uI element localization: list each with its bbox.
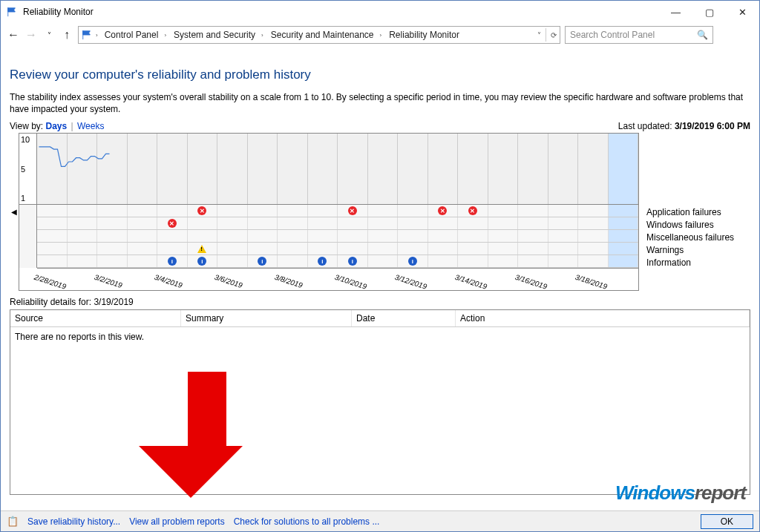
- chart-day-column[interactable]: [217, 134, 248, 204]
- status-cell[interactable]: i: [157, 255, 188, 267]
- status-cell[interactable]: [609, 255, 639, 267]
- col-source[interactable]: Source: [10, 310, 181, 326]
- chart-day-column[interactable]: [518, 134, 548, 204]
- status-cell[interactable]: [68, 243, 98, 254]
- status-cell[interactable]: [37, 230, 68, 242]
- refresh-icon[interactable]: ⟳: [551, 31, 557, 39]
- chart-day-column[interactable]: [548, 134, 579, 204]
- status-cell[interactable]: [188, 243, 218, 254]
- chart-day-column[interactable]: [458, 134, 488, 204]
- save-history-link[interactable]: Save reliability history...: [27, 516, 120, 527]
- status-cell[interactable]: ✕: [157, 217, 188, 229]
- status-cell[interactable]: [488, 255, 519, 267]
- status-cell[interactable]: [248, 217, 278, 229]
- status-cell[interactable]: [518, 243, 548, 254]
- maximize-button[interactable]: ▢: [692, 1, 726, 23]
- status-cell[interactable]: ✕: [428, 205, 459, 217]
- status-cell[interactable]: [308, 243, 338, 254]
- status-cell[interactable]: [308, 205, 338, 217]
- status-cell[interactable]: [578, 217, 609, 229]
- status-cell[interactable]: i: [188, 255, 218, 267]
- status-cell[interactable]: [488, 205, 519, 217]
- viewby-weeks-link[interactable]: Weeks: [77, 121, 104, 131]
- status-cell[interactable]: [338, 217, 368, 229]
- status-cell[interactable]: [398, 243, 428, 254]
- status-cell[interactable]: [128, 243, 158, 254]
- status-cell[interactable]: [578, 255, 609, 267]
- status-cell[interactable]: [609, 230, 639, 242]
- col-summary[interactable]: Summary: [181, 310, 352, 326]
- status-cell[interactable]: ✕: [188, 205, 218, 217]
- chart-day-column[interactable]: [398, 134, 428, 204]
- status-cell[interactable]: [578, 205, 609, 217]
- status-cell[interactable]: [37, 243, 68, 254]
- status-cell[interactable]: [68, 230, 98, 242]
- breadcrumb-item[interactable]: Security and Maintenance›: [268, 30, 384, 40]
- minimize-button[interactable]: —: [659, 1, 692, 23]
- col-action[interactable]: Action: [456, 310, 750, 326]
- breadcrumb-item[interactable]: System and Security›: [171, 30, 266, 40]
- status-cell[interactable]: [548, 243, 579, 254]
- up-button[interactable]: ↑: [60, 28, 73, 42]
- status-cell[interactable]: [37, 255, 68, 267]
- status-cell[interactable]: [278, 255, 308, 267]
- ok-button[interactable]: OK: [701, 514, 753, 529]
- status-cell[interactable]: [368, 243, 399, 254]
- status-cell[interactable]: i: [398, 255, 428, 267]
- chart-day-column[interactable]: [157, 134, 188, 204]
- status-cell[interactable]: [518, 255, 548, 267]
- status-cell[interactable]: [37, 217, 68, 229]
- status-cell[interactable]: [428, 217, 459, 229]
- status-cell[interactable]: [368, 255, 399, 267]
- chart-day-column[interactable]: [368, 134, 399, 204]
- status-cell[interactable]: [68, 255, 98, 267]
- breadcrumb-home-icon[interactable]: [82, 30, 92, 40]
- status-cell[interactable]: [248, 243, 278, 254]
- chart-day-column[interactable]: [97, 134, 128, 204]
- forward-button[interactable]: →: [24, 28, 38, 42]
- breadcrumb[interactable]: › Control Panel› System and Security› Se…: [78, 26, 560, 44]
- viewby-days-link[interactable]: Days: [45, 121, 67, 131]
- status-cell[interactable]: [68, 205, 98, 217]
- status-cell[interactable]: [578, 230, 609, 242]
- view-all-problem-reports-link[interactable]: View all problem reports: [129, 516, 225, 527]
- chart-day-column[interactable]: [428, 134, 459, 204]
- status-cell[interactable]: [428, 243, 459, 254]
- status-cell[interactable]: [548, 217, 579, 229]
- status-cell[interactable]: [488, 230, 519, 242]
- chart-day-column[interactable]: [488, 134, 519, 204]
- breadcrumb-item[interactable]: Control Panel›: [102, 30, 169, 40]
- status-cell[interactable]: [548, 205, 579, 217]
- status-cell[interactable]: [248, 205, 278, 217]
- chart-day-column[interactable]: [609, 134, 639, 204]
- status-cell[interactable]: [578, 243, 609, 254]
- status-cell[interactable]: [128, 205, 158, 217]
- status-cell[interactable]: [217, 217, 248, 229]
- status-cell[interactable]: [428, 255, 459, 267]
- status-cell[interactable]: [278, 217, 308, 229]
- status-cell[interactable]: [278, 230, 308, 242]
- status-cell[interactable]: [548, 230, 579, 242]
- chart-day-column[interactable]: [278, 134, 308, 204]
- recent-locations[interactable]: ˅: [42, 31, 56, 39]
- status-cell[interactable]: [609, 217, 639, 229]
- status-cell[interactable]: ✕: [338, 205, 368, 217]
- status-cell[interactable]: i: [338, 255, 368, 267]
- chart-scroll-left[interactable]: ◀: [10, 208, 19, 216]
- status-cell[interactable]: [68, 217, 98, 229]
- status-cell[interactable]: [157, 243, 188, 254]
- chart-day-column[interactable]: [68, 134, 98, 204]
- status-cell[interactable]: [188, 217, 218, 229]
- status-cell[interactable]: [548, 255, 579, 267]
- status-cell[interactable]: [488, 217, 519, 229]
- chart-day-column[interactable]: [338, 134, 368, 204]
- status-cell[interactable]: [458, 243, 488, 254]
- status-cell[interactable]: [37, 205, 68, 217]
- status-cell[interactable]: [128, 230, 158, 242]
- status-cell[interactable]: [217, 255, 248, 267]
- col-date[interactable]: Date: [352, 310, 456, 326]
- chart-day-column[interactable]: [188, 134, 218, 204]
- status-cell[interactable]: [398, 205, 428, 217]
- search-input[interactable]: Search Control Panel 🔍: [565, 26, 713, 44]
- chart-day-column[interactable]: [128, 134, 158, 204]
